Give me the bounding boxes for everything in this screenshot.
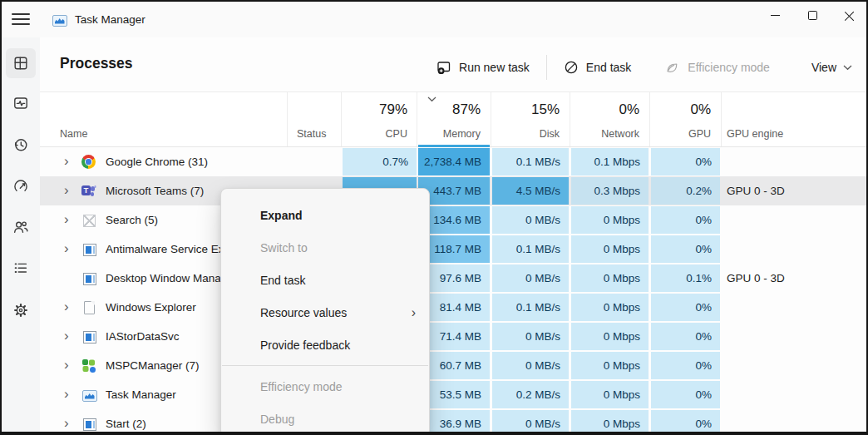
menu-item-efficiency-mode: Efficiency mode: [221, 370, 429, 403]
process-table: › Google Chrome (31) 0.7% 2,738.4 MB 0.1…: [40, 147, 868, 432]
cell-network: 0.1 Mbps: [571, 148, 649, 175]
cell-disk: 0.1 MB/s: [492, 148, 569, 175]
expand-chevron-icon[interactable]: ›: [64, 205, 69, 233]
cell-gpu-engine: GPU 0 - 3D: [723, 177, 867, 205]
column-header-cpu[interactable]: 79% CPU: [343, 92, 417, 147]
process-icon: [81, 155, 96, 169]
cell-status: [287, 148, 341, 175]
sidebar-item-startup-apps[interactable]: [6, 171, 36, 201]
column-header-name[interactable]: Name: [40, 92, 287, 147]
sidebar: [2, 37, 40, 432]
process-name: Microsoft Teams (7): [106, 176, 204, 205]
hamburger-icon: [12, 13, 30, 15]
table-row[interactable]: › MSPCManager (7) 60.7 MB 0 MB/s 0 Mbps …: [40, 351, 868, 380]
table-row[interactable]: › Task Manager 53.5 MB 0.2 MB/s 0 Mbps 0…: [40, 380, 868, 409]
sidebar-item-performance[interactable]: [6, 88, 36, 118]
cell-gpu: 0%: [651, 148, 720, 175]
expand-chevron-icon[interactable]: ›: [64, 380, 69, 408]
cell-disk: 0.2 MB/s: [492, 381, 569, 408]
submenu-chevron-icon: ›: [412, 306, 416, 319]
minimize-button[interactable]: [757, 2, 793, 30]
cell-network: 0 Mbps: [571, 410, 649, 435]
processes-icon: [12, 55, 29, 72]
expand-chevron-icon[interactable]: ›: [64, 351, 69, 378]
cell-disk: 0 MB/s: [492, 410, 569, 435]
run-new-task-button[interactable]: Run new task: [425, 52, 540, 82]
cell-disk: 0 MB/s: [492, 352, 569, 379]
sidebar-item-details[interactable]: [6, 253, 36, 283]
view-label: View: [811, 61, 836, 74]
column-header-status[interactable]: Status: [287, 92, 341, 147]
table-row[interactable]: › IAStorDataSvc 71.4 MB 0 MB/s 0 Mbps 0%: [40, 322, 868, 351]
column-header-memory[interactable]: 87% Memory: [418, 92, 490, 147]
cell-gpu: 0%: [651, 323, 720, 350]
cell-gpu-engine: [723, 410, 867, 435]
navigation-menu-button[interactable]: [12, 13, 30, 27]
expand-chevron-icon[interactable]: ›: [64, 293, 69, 320]
menu-separator: [222, 365, 428, 366]
cell-gpu: 0%: [651, 381, 720, 408]
maximize-icon: [808, 11, 817, 20]
sidebar-item-app-history[interactable]: [6, 130, 36, 160]
menu-item-label: End task: [260, 274, 305, 287]
process-name: Task Manager: [106, 380, 176, 409]
table-row[interactable]: › Google Chrome (31) 0.7% 2,738.4 MB 0.1…: [40, 147, 868, 176]
process-name: Start (2): [106, 409, 146, 435]
menu-item-expand[interactable]: Expand: [221, 199, 429, 231]
menu-item-debug: Debug: [221, 403, 429, 435]
cell-network: 0 Mbps: [571, 352, 649, 379]
column-header-network[interactable]: 0% Network: [571, 92, 649, 147]
efficiency-mode-label: Efficiency mode: [688, 61, 770, 74]
cell-disk: 0 MB/s: [492, 206, 569, 234]
menu-item-provide-feedback[interactable]: Provide feedback: [221, 329, 429, 361]
menu-item-end-task[interactable]: End task: [221, 264, 429, 296]
process-name: Google Chrome (31): [106, 147, 208, 176]
performance-icon: [12, 95, 29, 111]
view-button[interactable]: View: [801, 52, 863, 82]
table-row[interactable]: › Microsoft Teams (7) 443.7 MB 4.5 MB/s …: [40, 176, 868, 205]
cell-memory: 2,738.4 MB: [418, 148, 490, 175]
table-row[interactable]: › Windows Explorer 81.4 MB 0.1 MB/s 0 Mb…: [40, 293, 868, 322]
cell-cpu: 0.7%: [343, 148, 417, 175]
process-icon: [81, 358, 96, 373]
app-icon: [52, 15, 67, 27]
app-history-icon: [12, 136, 29, 153]
efficiency-mode-button[interactable]: Efficiency mode: [653, 52, 781, 82]
expand-chevron-icon[interactable]: ›: [64, 176, 69, 204]
expand-chevron-icon[interactable]: ›: [64, 409, 69, 435]
table-row[interactable]: › Start (2) 36.9 MB 0 MB/s 0 Mbps 0%: [40, 409, 868, 435]
sidebar-item-users[interactable]: [6, 212, 36, 242]
process-icon: [81, 184, 96, 198]
cell-disk: 0.1 MB/s: [492, 294, 569, 321]
column-header-disk[interactable]: 15% Disk: [492, 92, 569, 147]
maximize-button[interactable]: [793, 2, 830, 30]
process-icon: [83, 273, 96, 285]
close-icon: [844, 11, 854, 21]
cell-disk: 0 MB/s: [492, 264, 569, 292]
menu-item-label: Efficiency mode: [260, 380, 343, 393]
column-header-gpu[interactable]: 0% GPU: [651, 92, 720, 147]
titlebar: Task Manager: [2, 2, 866, 37]
process-name: IAStorDataSvc: [106, 322, 180, 351]
menu-item-label: Resource values: [260, 306, 347, 319]
menu-item-label: Debug: [260, 413, 294, 426]
column-header-gpu-engine[interactable]: GPU engine: [723, 92, 867, 147]
expand-chevron-icon[interactable]: ›: [64, 235, 69, 262]
menu-item-resource-values[interactable]: Resource values›: [221, 296, 429, 329]
expand-chevron-icon[interactable]: ›: [64, 322, 69, 349]
cell-disk: 0.1 MB/s: [492, 235, 569, 263]
expand-chevron-icon[interactable]: ›: [64, 147, 69, 175]
close-button[interactable]: [830, 2, 866, 30]
sidebar-item-processes[interactable]: [6, 48, 36, 78]
table-row[interactable]: › Desktop Window Manager 97.6 MB 0 MB/s …: [40, 264, 868, 293]
sidebar-item-services[interactable]: [6, 295, 36, 325]
process-icon: [83, 215, 96, 227]
process-name: Windows Explorer: [106, 293, 196, 322]
table-row[interactable]: › Antimalware Service Executable 118.7 M…: [40, 235, 868, 264]
table-row[interactable]: › Search (5) 134.6 MB 0 MB/s 0 Mbps 0%: [40, 205, 868, 235]
cell-gpu: 0.2%: [651, 177, 720, 205]
end-task-button[interactable]: End task: [553, 52, 642, 82]
cell-disk: 0 MB/s: [492, 323, 569, 350]
cell-gpu-engine: [723, 323, 867, 350]
cell-gpu-engine: GPU 0 - 3D: [723, 264, 867, 292]
